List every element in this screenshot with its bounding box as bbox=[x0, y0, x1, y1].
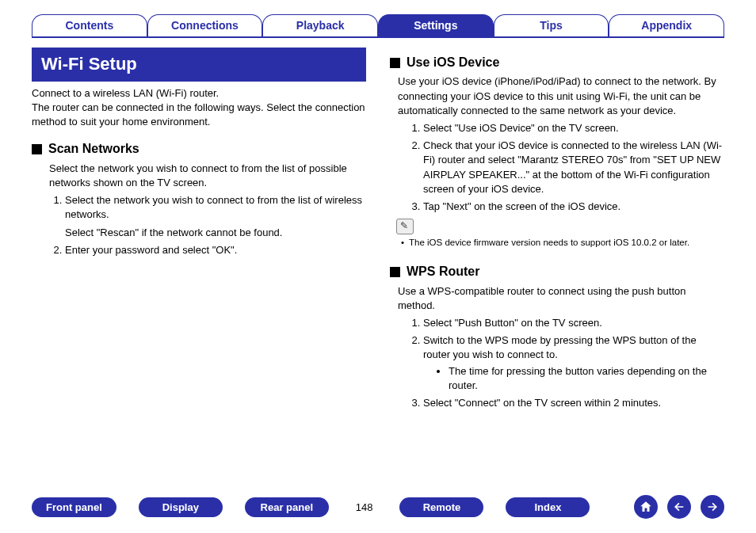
page-title: Wi-Fi Setup bbox=[32, 48, 366, 82]
section-wps-router: WPS Router bbox=[390, 263, 724, 280]
footer: Front panel Display Rear panel 148 Remot… bbox=[32, 495, 724, 519]
home-icon[interactable] bbox=[634, 495, 658, 519]
list-item: Select "Push Button" on the TV screen. bbox=[423, 316, 724, 330]
list-item: Enter your password and select "OK". bbox=[65, 243, 366, 257]
wps-steps: Select "Push Button" on the TV screen. S… bbox=[407, 316, 724, 410]
tab-appendix[interactable]: Appendix bbox=[609, 14, 724, 36]
list-item: Select "Connect" on the TV screen within… bbox=[423, 396, 724, 410]
tab-contents[interactable]: Contents bbox=[32, 14, 147, 36]
section-scan-networks: Scan Networks bbox=[32, 140, 366, 158]
note-icon bbox=[396, 219, 414, 234]
prev-page-icon[interactable] bbox=[667, 495, 691, 519]
tab-playback[interactable]: Playback bbox=[262, 14, 378, 36]
list-item: Switch to the WPS mode by pressing the W… bbox=[423, 333, 724, 393]
intro-text: Connect to a wireless LAN (Wi-Fi) router… bbox=[32, 86, 366, 130]
wps-substep: The time for pressing the button varies … bbox=[449, 364, 724, 393]
scan-desc: Select the network you wish to connect t… bbox=[49, 162, 366, 190]
front-panel-button[interactable]: Front panel bbox=[32, 497, 116, 517]
ios-desc: Use your iOS device (iPhone/iPod/iPad) t… bbox=[398, 74, 724, 118]
left-column: Wi-Fi Setup Connect to a wireless LAN (W… bbox=[32, 48, 366, 413]
wps-desc: Use a WPS-compatible router to connect u… bbox=[398, 284, 724, 313]
tab-settings[interactable]: Settings bbox=[378, 14, 494, 36]
list-item: Select the network you wish to connect t… bbox=[65, 193, 366, 240]
list-item: Tap "Next" on the screen of the iOS devi… bbox=[423, 200, 724, 214]
list-item: Select "Use iOS Device" on the TV screen… bbox=[423, 121, 724, 135]
display-button[interactable]: Display bbox=[139, 497, 223, 517]
remote-button[interactable]: Remote bbox=[399, 497, 483, 517]
right-column: Use iOS Device Use your iOS device (iPho… bbox=[390, 48, 724, 413]
next-page-icon[interactable] bbox=[701, 495, 724, 519]
ios-steps: Select "Use iOS Device" on the TV screen… bbox=[407, 121, 724, 214]
list-item: Check that your iOS device is connected … bbox=[423, 139, 724, 196]
tab-connections[interactable]: Connections bbox=[147, 14, 263, 36]
section-use-ios-device: Use iOS Device bbox=[390, 54, 724, 71]
index-button[interactable]: Index bbox=[506, 497, 590, 517]
scan-steps: Select the network you wish to connect t… bbox=[49, 193, 366, 257]
top-tabs: Contents Connections Playback Settings T… bbox=[32, 14, 724, 36]
ios-note: The iOS device firmware version needs to… bbox=[401, 236, 724, 249]
page-number: 148 bbox=[356, 501, 373, 513]
tab-tips[interactable]: Tips bbox=[494, 14, 609, 36]
rear-panel-button[interactable]: Rear panel bbox=[245, 497, 329, 517]
